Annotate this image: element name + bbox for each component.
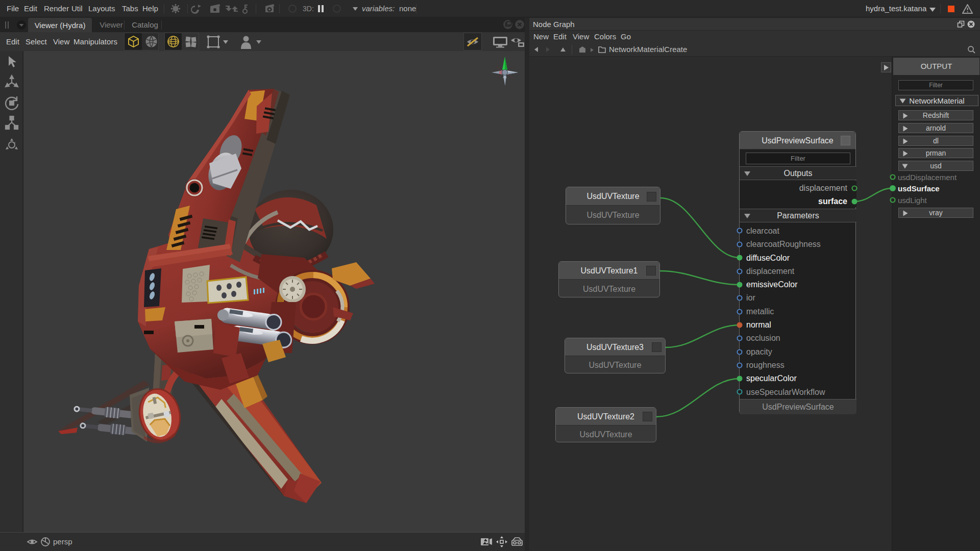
svg-text:3D:: 3D: <box>303 5 314 13</box>
